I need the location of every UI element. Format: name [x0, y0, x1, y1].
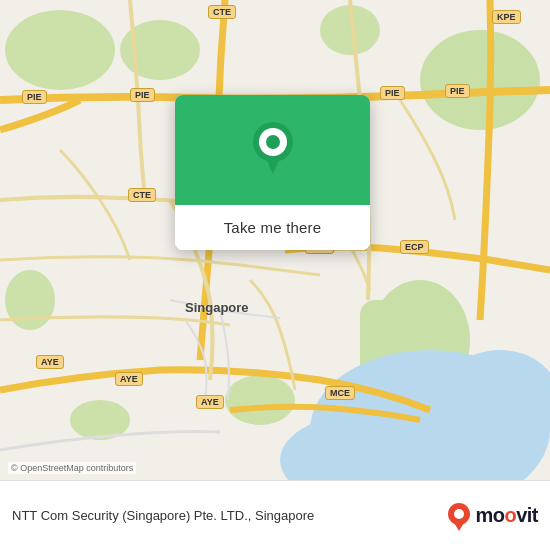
svg-marker-16	[265, 156, 281, 174]
aye-label-1: AYE	[36, 355, 64, 369]
map-container: PIE PIE PIE PIE CTE CTE AYE AYE AYE ECP …	[0, 0, 550, 480]
moovit-logo: moovit	[447, 501, 538, 531]
popup-header	[175, 95, 370, 205]
city-name: Singapore	[255, 508, 314, 523]
location-pin-icon	[249, 120, 297, 180]
mce-label: MCE	[325, 386, 355, 400]
svg-point-19	[454, 509, 464, 519]
cte-label-2: CTE	[128, 188, 156, 202]
svg-point-5	[225, 375, 295, 425]
kpe-label-1: KPE	[492, 10, 521, 24]
aye-label-3: AYE	[196, 395, 224, 409]
pie-label-1: PIE	[22, 90, 47, 104]
cte-label-1: CTE	[208, 5, 236, 19]
aye-label-2: AYE	[115, 372, 143, 386]
svg-point-7	[5, 270, 55, 330]
pie-label-2: PIE	[130, 88, 155, 102]
svg-marker-18	[453, 521, 465, 531]
moovit-text: moovit	[475, 504, 538, 527]
bottom-bar: NTT Com Security (Singapore) Pte. LTD., …	[0, 480, 550, 550]
pie-label-4: PIE	[445, 84, 470, 98]
svg-point-2	[5, 10, 115, 90]
svg-point-15	[266, 135, 280, 149]
map-copyright: © OpenStreetMap contributors	[8, 462, 136, 474]
location-name: NTT Com Security (Singapore) Pte. LTD.,	[12, 508, 251, 523]
map-popup: Take me there	[175, 95, 370, 250]
pie-label-3: PIE	[380, 86, 405, 100]
take-me-there-button[interactable]: Take me there	[175, 205, 370, 250]
location-info: NTT Com Security (Singapore) Pte. LTD., …	[12, 508, 439, 523]
svg-point-1	[420, 30, 540, 130]
ecp-label-2: ECP	[400, 240, 429, 254]
moovit-pin-icon	[447, 501, 471, 531]
singapore-label: Singapore	[185, 300, 249, 315]
